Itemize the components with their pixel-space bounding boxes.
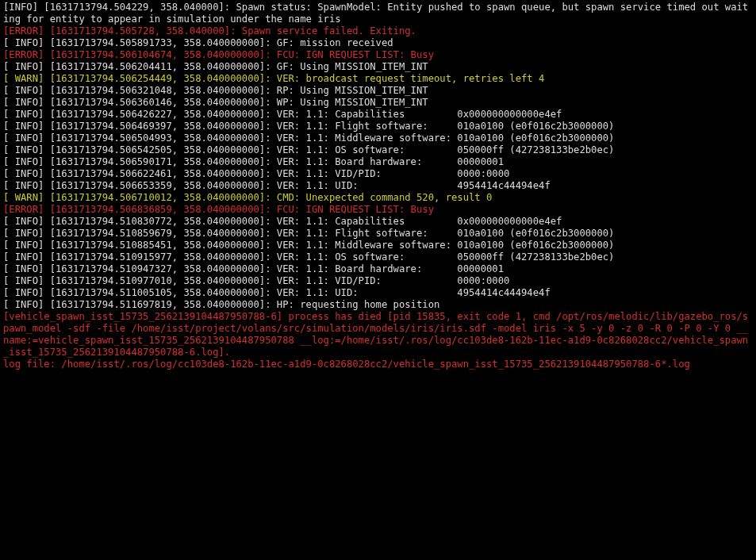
log-line: [ INFO] [1631713794.510830772, 358.04000… bbox=[3, 216, 753, 228]
log-line: [ INFO] [1631713794.505891733, 358.04000… bbox=[3, 37, 753, 49]
log-line: [vehicle_spawn_isst_15735_25621391044879… bbox=[3, 311, 753, 359]
log-line: [ INFO] [1631713794.506469397, 358.04000… bbox=[3, 121, 753, 132]
log-line: [ INFO] [1631713794.506622461, 358.04000… bbox=[3, 168, 753, 180]
log-line: [ INFO] [1631713794.511697819, 358.04000… bbox=[3, 299, 753, 311]
log-line: [ERROR] [1631713794.505728, 358.040000]:… bbox=[3, 25, 753, 37]
log-line: [INFO] [1631713794.504229, 358.040000]: … bbox=[3, 2, 753, 25]
log-line: [ERROR] [1631713794.506104674, 358.04000… bbox=[3, 49, 753, 61]
log-line: [ INFO] [1631713794.510915977, 358.04000… bbox=[3, 251, 753, 263]
log-line: [ INFO] [1631713794.506653359, 358.04000… bbox=[3, 180, 753, 192]
log-line: [ INFO] [1631713794.506360146, 358.04000… bbox=[3, 97, 753, 109]
log-line: [ INFO] [1631713794.510947327, 358.04000… bbox=[3, 263, 753, 275]
terminal-output[interactable]: [INFO] [1631713794.504229, 358.040000]: … bbox=[0, 0, 756, 372]
log-line: [ERROR] [1631713794.506836859, 358.04000… bbox=[3, 204, 753, 216]
log-line: [ INFO] [1631713794.506204411, 358.04000… bbox=[3, 61, 753, 73]
log-line: [ INFO] [1631713794.506542505, 358.04000… bbox=[3, 144, 753, 156]
log-line: [ INFO] [1631713794.510885451, 358.04000… bbox=[3, 240, 753, 251]
log-line: [ WARN] [1631713794.506254449, 358.04000… bbox=[3, 73, 753, 85]
log-line: [ INFO] [1631713794.506590171, 358.04000… bbox=[3, 156, 753, 168]
log-line: [ INFO] [1631713794.506426227, 358.04000… bbox=[3, 109, 753, 121]
log-line: [ INFO] [1631713794.510859679, 358.04000… bbox=[3, 228, 753, 240]
log-line: [ WARN] [1631713794.506710012, 358.04000… bbox=[3, 192, 753, 204]
log-line: [ INFO] [1631713794.506321048, 358.04000… bbox=[3, 85, 753, 97]
log-line: [ INFO] [1631713794.506504993, 358.04000… bbox=[3, 132, 753, 144]
log-line: log file: /home/isst/.ros/log/cc103de8-1… bbox=[3, 359, 753, 370]
log-line: [ INFO] [1631713794.511005105, 358.04000… bbox=[3, 287, 753, 299]
log-line: [ INFO] [1631713794.510977010, 358.04000… bbox=[3, 275, 753, 287]
